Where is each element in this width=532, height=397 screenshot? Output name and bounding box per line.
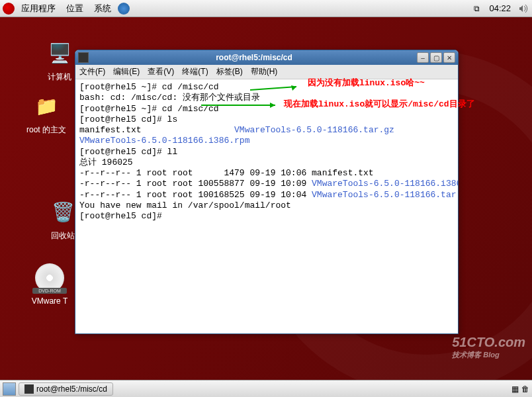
top-panel: 应用程序 位置 系统 ⧉ 04:22 [0, 0, 532, 17]
terminal-task-icon [24, 384, 34, 394]
terminal-line: [root@rhel5 cd]# [79, 211, 454, 222]
update-tray-icon[interactable]: ⧉ [470, 3, 482, 15]
desktop-icon-home[interactable]: 📁 root 的主文 [20, 90, 73, 136]
terminal-line: [root@rhel5 cd]# ll [79, 147, 454, 157]
menu-file[interactable]: 文件(F) [79, 66, 105, 77]
terminal-line: -r--r--r-- 1 root root 1479 09-19 10:06 … [79, 168, 454, 179]
close-button[interactable]: ✕ [443, 52, 455, 63]
menu-terminal[interactable]: 终端(T) [182, 66, 208, 77]
desktop-icon-dvd[interactable]: VMware T [23, 262, 76, 306]
terminal-line: You have new mail in /var/spool/mail/roo… [79, 200, 454, 211]
menu-places[interactable]: 位置 [62, 1, 87, 16]
home-folder-icon: 📁 [30, 90, 62, 122]
maximize-button[interactable]: ▢ [430, 52, 442, 63]
clock[interactable]: 04:22 [485, 3, 515, 13]
terminal-line: manifest.txt VMwareTools-6.5.0-118166.ta… [79, 125, 454, 136]
desktop-icon-label: root 的主文 [20, 124, 73, 136]
menu-help[interactable]: 帮助(H) [251, 66, 278, 77]
menu-view[interactable]: 查看(V) [148, 66, 174, 77]
terminal-line: -r--r--r-- 1 root root 100168525 09-19 1… [79, 190, 454, 200]
terminal-line: VMwareTools-6.5.0-118166.i386.rpm [79, 136, 454, 146]
terminal-line: [root@rhel5 cd]# ls [79, 114, 454, 125]
menu-tabs[interactable]: 标签(B) [216, 66, 243, 77]
desktop-icon-label: VMware T [23, 296, 76, 306]
trash-icon: 🗑️ [47, 196, 79, 228]
menu-edit[interactable]: 编辑(E) [113, 66, 140, 77]
workspace-switcher-icon[interactable]: ▦ [511, 384, 519, 394]
watermark: 51CTO.com 技术博客 Blog [452, 335, 525, 360]
volume-icon[interactable] [517, 3, 529, 15]
annotation-2: 现在加载linux.iso就可以显示/misc/cd目录了 [284, 98, 475, 110]
window-title: root@rhel5:/misc/cd [93, 53, 416, 62]
terminal-line: 总计 196025 [79, 157, 454, 168]
svg-marker-3 [270, 103, 275, 108]
browser-launcher-icon[interactable] [118, 3, 130, 15]
menu-system[interactable]: 系统 [90, 1, 115, 16]
titlebar[interactable]: root@rhel5:/misc/cd – ▢ ✕ [75, 50, 458, 65]
taskbar-label: root@rhel5:/misc/cd [36, 384, 107, 394]
redhat-icon[interactable] [3, 3, 15, 15]
terminal-title-icon [78, 52, 89, 63]
taskbar-entry-terminal[interactable]: root@rhel5:/misc/cd [19, 382, 113, 396]
annotation-arrow-1-icon [250, 85, 303, 95]
svg-line-0 [250, 87, 296, 90]
computer-icon: 🖥️ [44, 37, 75, 69]
terminal-body[interactable]: [root@rhel5 ~]# cd /misc/cd bash: cd: /m… [75, 79, 458, 333]
annotation-arrow-2-icon [201, 102, 281, 109]
show-desktop-button[interactable] [3, 382, 16, 396]
dvd-icon [34, 262, 66, 294]
menu-applications[interactable]: 应用程序 [17, 1, 60, 16]
minimize-button[interactable]: – [417, 52, 429, 63]
bottom-panel: root@rhel5:/misc/cd ▦ 🗑 [0, 380, 532, 397]
annotation-1: 因为没有加载linux.iso哈~~ [308, 77, 425, 89]
terminal-line: -r--r--r-- 1 root root 100558877 09-19 1… [79, 179, 454, 189]
trash-tray-icon[interactable]: 🗑 [521, 384, 529, 394]
